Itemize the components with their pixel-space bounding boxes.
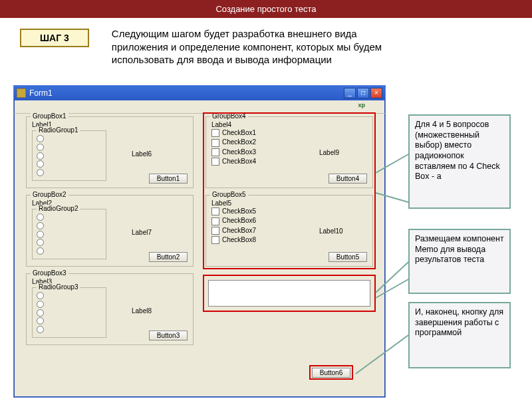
svg-line-1 <box>376 193 408 202</box>
callout-lines <box>0 0 532 399</box>
svg-line-0 <box>376 154 408 173</box>
svg-line-4 <box>356 335 408 374</box>
